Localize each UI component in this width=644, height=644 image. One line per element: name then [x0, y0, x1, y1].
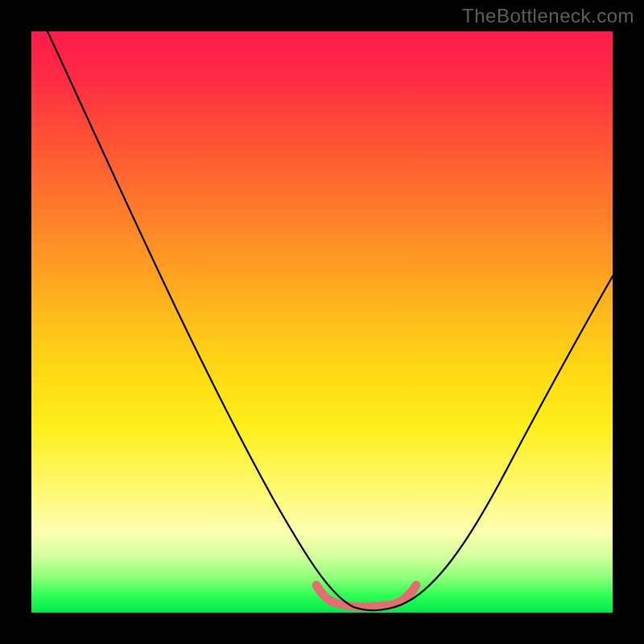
bottleneck-curve-line	[47, 31, 613, 610]
chart-frame: TheBottleneck.com	[0, 0, 644, 644]
plot-area	[31, 31, 613, 613]
watermark-text: TheBottleneck.com	[462, 5, 634, 27]
bottleneck-chart	[31, 31, 613, 613]
